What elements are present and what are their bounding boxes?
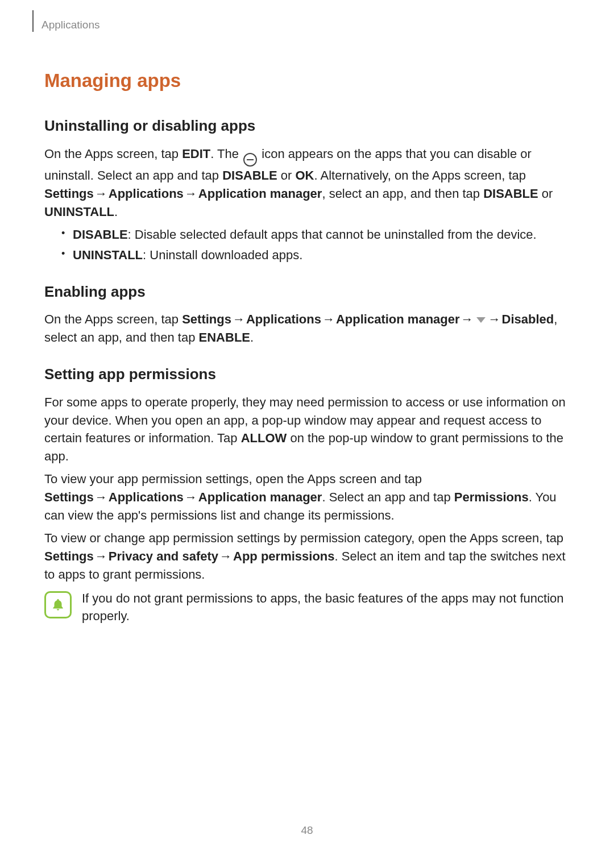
- note-text: If you do not grant permissions to apps,…: [82, 589, 570, 626]
- arrow-icon: →: [95, 549, 107, 563]
- running-header: Applications: [42, 17, 570, 33]
- paragraph: On the Apps screen, tap EDIT. The icon a…: [44, 145, 570, 221]
- arrow-icon: →: [322, 312, 335, 326]
- arrow-icon: →: [219, 549, 232, 563]
- list-item: DISABLE: Disable selected default apps t…: [61, 226, 570, 244]
- page-number: 48: [0, 823, 614, 838]
- paragraph: To view or change app permission setting…: [44, 529, 570, 584]
- section-heading-enable: Enabling apps: [44, 281, 570, 303]
- minus-circle-icon: [243, 153, 257, 167]
- bullet-list: DISABLE: Disable selected default apps t…: [44, 226, 570, 264]
- arrow-icon: →: [233, 312, 245, 326]
- list-item: UNINSTALL: Uninstall downloaded apps.: [61, 246, 570, 264]
- note-callout: If you do not grant permissions to apps,…: [44, 589, 570, 626]
- page-title: Managing apps: [44, 67, 570, 94]
- arrow-icon: →: [95, 186, 107, 201]
- paragraph: On the Apps screen, tap Settings→Applica…: [44, 310, 570, 347]
- bell-icon: [44, 591, 72, 618]
- section-heading-permissions: Setting app permissions: [44, 364, 570, 385]
- dropdown-icon: [476, 317, 486, 323]
- arrow-icon: →: [95, 490, 107, 504]
- arrow-icon: →: [461, 312, 474, 326]
- paragraph: To view your app permission settings, op…: [44, 470, 570, 525]
- arrow-icon: →: [185, 490, 197, 504]
- arrow-icon: →: [185, 186, 197, 201]
- section-heading-uninstall: Uninstalling or disabling apps: [44, 115, 570, 137]
- paragraph: For some apps to operate properly, they …: [44, 393, 570, 466]
- arrow-icon: →: [488, 312, 501, 326]
